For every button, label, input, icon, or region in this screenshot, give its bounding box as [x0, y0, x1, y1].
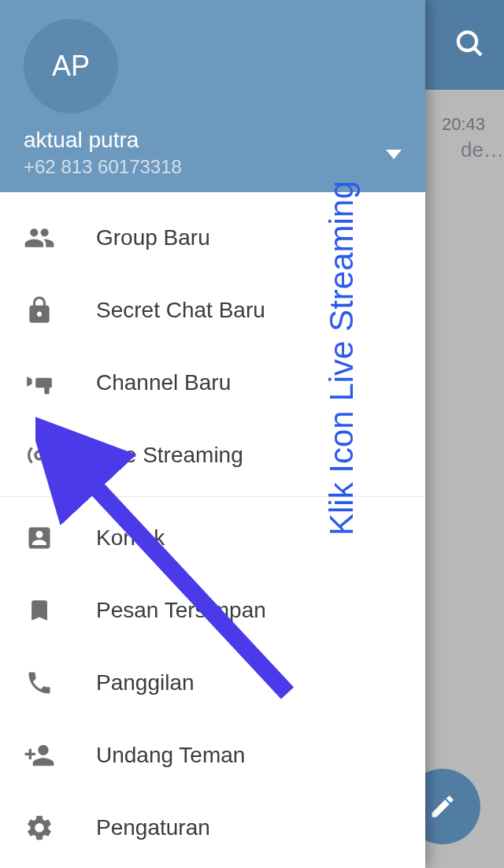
megaphone-icon	[24, 367, 55, 399]
menu-label: Group Baru	[96, 225, 210, 250]
svg-point-0	[458, 32, 476, 50]
group-icon	[24, 222, 55, 254]
dim-overlay[interactable]	[425, 90, 504, 868]
gear-icon	[24, 812, 55, 844]
avatar[interactable]: AP	[24, 19, 118, 113]
menu-settings[interactable]: Pengaturan	[0, 792, 425, 864]
menu-faq[interactable]: FAQ Telegram	[0, 864, 425, 868]
menu-new-channel[interactable]: Channel Baru	[0, 347, 425, 419]
menu-new-group[interactable]: Group Baru	[0, 202, 425, 274]
lock-icon	[24, 295, 55, 326]
menu-live-streaming[interactable]: Live Streaming	[0, 419, 425, 491]
user-phone: +62 813 60173318	[24, 156, 402, 178]
menu-label: Secret Chat Baru	[96, 298, 265, 323]
user-name: aktual putra	[24, 128, 402, 153]
menu-saved-messages[interactable]: Pesan Tersimpan	[0, 574, 425, 647]
menu-new-secret-chat[interactable]: Secret Chat Baru	[0, 274, 425, 347]
contact-icon	[24, 522, 55, 554]
avatar-initials: AP	[52, 50, 90, 83]
menu-label: Pengaturan	[96, 815, 210, 840]
chevron-down-icon[interactable]	[386, 150, 402, 159]
menu-label: Undang Teman	[96, 743, 245, 768]
menu-label: Live Streaming	[96, 443, 243, 468]
search-button[interactable]	[454, 28, 485, 62]
phone-icon	[24, 667, 55, 699]
menu-label: Panggilan	[96, 670, 195, 696]
menu-divider	[0, 496, 425, 497]
menu-invite-friends[interactable]: Undang Teman	[0, 719, 425, 792]
bookmark-icon	[24, 595, 55, 626]
menu-label: Channel Baru	[96, 370, 231, 395]
menu-list: Group Baru Secret Chat Baru Channel Baru	[0, 192, 425, 868]
live-icon	[24, 440, 55, 471]
menu-calls[interactable]: Panggilan	[0, 647, 425, 719]
drawer-header[interactable]: AP aktual putra +62 813 60173318	[0, 0, 425, 192]
menu-label: Kontak	[96, 525, 165, 551]
navigation-drawer: AP aktual putra +62 813 60173318 Group B…	[0, 0, 425, 868]
person-add-icon	[24, 740, 55, 771]
menu-label: Pesan Tersimpan	[96, 598, 266, 623]
svg-line-1	[474, 48, 481, 55]
menu-contacts[interactable]: Kontak	[0, 502, 425, 574]
